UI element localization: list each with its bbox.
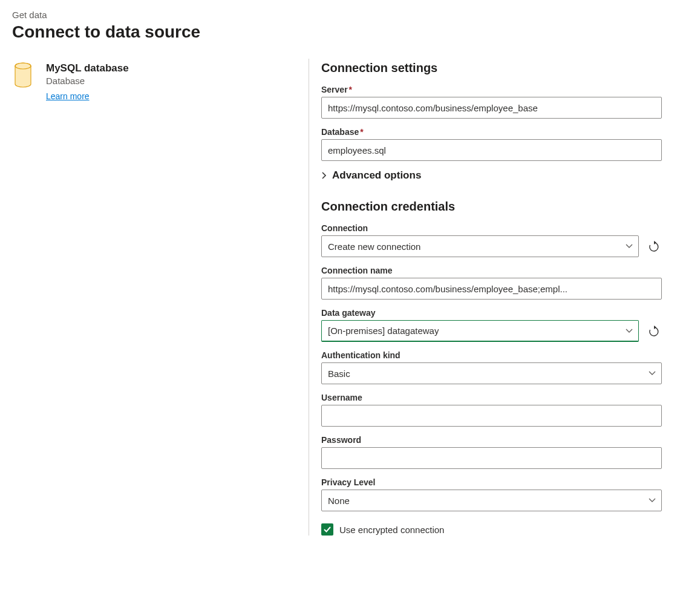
username-label: Username (321, 393, 662, 402)
privacy-level-label: Privacy Level (321, 477, 662, 487)
form-panel: Connection settings Server* Database* Ad… (321, 59, 668, 536)
main-layout: MySQL database Database Learn more Conne… (12, 59, 668, 536)
chevron-down-icon (625, 243, 633, 249)
refresh-icon (648, 326, 660, 338)
password-input[interactable] (321, 447, 662, 469)
refresh-connection-button[interactable] (646, 239, 662, 255)
use-encrypted-connection-checkbox[interactable] (321, 523, 333, 536)
required-asterisk: * (349, 85, 352, 94)
privacy-level-value: None (328, 496, 350, 506)
page-title: Connect to data source (12, 22, 668, 42)
learn-more-link[interactable]: Learn more (46, 91, 90, 101)
advanced-options-label: Advanced options (332, 169, 421, 182)
data-gateway-select-value: [On-premises] datagateway (328, 326, 439, 336)
connection-credentials-heading: Connection credentials (321, 200, 662, 214)
chevron-right-icon (321, 171, 327, 180)
checkmark-icon (323, 525, 332, 534)
connector-summary: MySQL database Database Learn more (12, 59, 309, 536)
refresh-gateway-button[interactable] (646, 324, 662, 339)
authentication-kind-value: Basic (328, 369, 350, 379)
connection-name-label: Connection name (321, 266, 662, 275)
connection-select[interactable]: Create new connection (321, 235, 639, 257)
authentication-kind-label: Authentication kind (321, 350, 662, 360)
connector-title: MySQL database (46, 62, 129, 74)
database-label: Database* (321, 127, 662, 137)
username-input[interactable] (321, 405, 662, 427)
use-encrypted-connection-label: Use encrypted connection (339, 525, 444, 535)
connection-settings-heading: Connection settings (321, 61, 662, 75)
vertical-divider (309, 59, 309, 536)
data-gateway-label: Data gateway (321, 308, 639, 318)
refresh-icon (648, 241, 660, 253)
database-input[interactable] (321, 139, 662, 161)
connection-name-input[interactable] (321, 278, 662, 300)
authentication-kind-select[interactable]: Basic (321, 362, 662, 384)
chevron-down-icon (648, 370, 656, 376)
required-asterisk: * (360, 127, 363, 137)
data-gateway-select[interactable]: [On-premises] datagateway (321, 320, 639, 342)
connection-label: Connection (321, 223, 639, 233)
connector-subtitle: Database (46, 76, 129, 86)
breadcrumb: Get data (12, 10, 668, 20)
database-icon (12, 62, 34, 88)
chevron-down-icon (648, 497, 656, 503)
server-input[interactable] (321, 97, 662, 119)
advanced-options-expander[interactable]: Advanced options (321, 169, 662, 182)
password-label: Password (321, 435, 662, 445)
server-label: Server* (321, 85, 662, 94)
connection-select-value: Create new connection (328, 241, 420, 252)
use-encrypted-connection-row: Use encrypted connection (321, 523, 662, 536)
chevron-down-icon (625, 328, 633, 334)
privacy-level-select[interactable]: None (321, 490, 662, 511)
